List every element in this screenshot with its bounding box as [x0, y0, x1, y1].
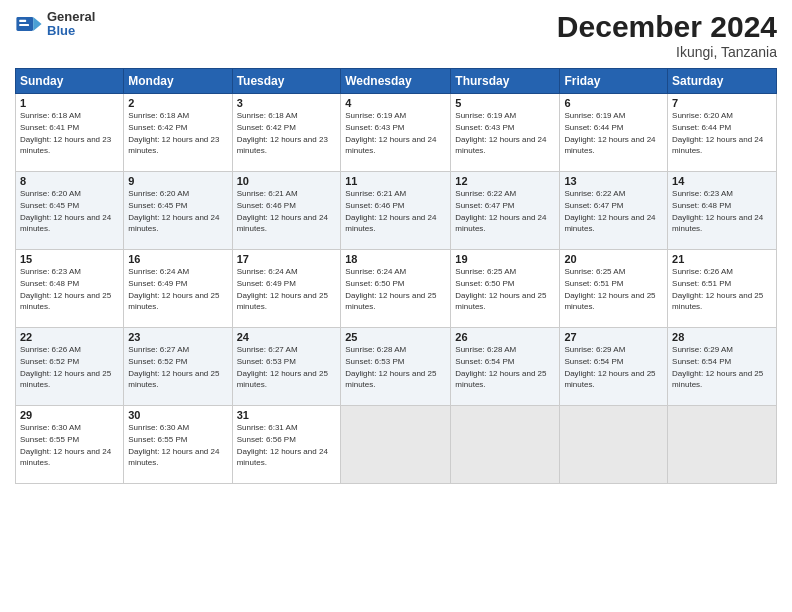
day-info: Sunrise: 6:24 AMSunset: 6:49 PMDaylight:…: [128, 267, 219, 311]
table-row: 3 Sunrise: 6:18 AMSunset: 6:42 PMDayligh…: [232, 94, 341, 172]
day-number: 30: [128, 409, 227, 421]
calendar-header-row: Sunday Monday Tuesday Wednesday Thursday…: [16, 69, 777, 94]
day-number: 4: [345, 97, 446, 109]
day-info: Sunrise: 6:20 AMSunset: 6:45 PMDaylight:…: [20, 189, 111, 233]
day-info: Sunrise: 6:29 AMSunset: 6:54 PMDaylight:…: [672, 345, 763, 389]
location: Ikungi, Tanzania: [557, 44, 777, 60]
day-info: Sunrise: 6:22 AMSunset: 6:47 PMDaylight:…: [564, 189, 655, 233]
day-number: 31: [237, 409, 337, 421]
day-number: 24: [237, 331, 337, 343]
day-info: Sunrise: 6:27 AMSunset: 6:53 PMDaylight:…: [237, 345, 328, 389]
table-row: 10 Sunrise: 6:21 AMSunset: 6:46 PMDaylig…: [232, 172, 341, 250]
table-row: 2 Sunrise: 6:18 AMSunset: 6:42 PMDayligh…: [124, 94, 232, 172]
day-number: 16: [128, 253, 227, 265]
day-number: 1: [20, 97, 119, 109]
day-info: Sunrise: 6:23 AMSunset: 6:48 PMDaylight:…: [672, 189, 763, 233]
col-sunday: Sunday: [16, 69, 124, 94]
day-info: Sunrise: 6:19 AMSunset: 6:43 PMDaylight:…: [455, 111, 546, 155]
logo-text: General Blue: [47, 10, 95, 39]
table-row: 29 Sunrise: 6:30 AMSunset: 6:55 PMDaylig…: [16, 406, 124, 484]
logo-icon: [15, 10, 43, 38]
day-number: 28: [672, 331, 772, 343]
day-number: 5: [455, 97, 555, 109]
day-number: 22: [20, 331, 119, 343]
day-info: Sunrise: 6:19 AMSunset: 6:44 PMDaylight:…: [564, 111, 655, 155]
day-number: 6: [564, 97, 663, 109]
logo-general: General: [47, 10, 95, 24]
header: General Blue December 2024 Ikungi, Tanza…: [15, 10, 777, 60]
title-block: December 2024 Ikungi, Tanzania: [557, 10, 777, 60]
day-info: Sunrise: 6:28 AMSunset: 6:54 PMDaylight:…: [455, 345, 546, 389]
day-info: Sunrise: 6:20 AMSunset: 6:44 PMDaylight:…: [672, 111, 763, 155]
table-row: 24 Sunrise: 6:27 AMSunset: 6:53 PMDaylig…: [232, 328, 341, 406]
table-row: 31 Sunrise: 6:31 AMSunset: 6:56 PMDaylig…: [232, 406, 341, 484]
table-row: [451, 406, 560, 484]
table-row: 17 Sunrise: 6:24 AMSunset: 6:49 PMDaylig…: [232, 250, 341, 328]
day-number: 8: [20, 175, 119, 187]
table-row: 21 Sunrise: 6:26 AMSunset: 6:51 PMDaylig…: [668, 250, 777, 328]
day-number: 20: [564, 253, 663, 265]
table-row: 18 Sunrise: 6:24 AMSunset: 6:50 PMDaylig…: [341, 250, 451, 328]
calendar-week-row: 29 Sunrise: 6:30 AMSunset: 6:55 PMDaylig…: [16, 406, 777, 484]
day-info: Sunrise: 6:21 AMSunset: 6:46 PMDaylight:…: [237, 189, 328, 233]
table-row: 8 Sunrise: 6:20 AMSunset: 6:45 PMDayligh…: [16, 172, 124, 250]
svg-rect-2: [19, 20, 26, 22]
table-row: [560, 406, 668, 484]
day-info: Sunrise: 6:24 AMSunset: 6:50 PMDaylight:…: [345, 267, 436, 311]
table-row: 28 Sunrise: 6:29 AMSunset: 6:54 PMDaylig…: [668, 328, 777, 406]
col-thursday: Thursday: [451, 69, 560, 94]
table-row: 20 Sunrise: 6:25 AMSunset: 6:51 PMDaylig…: [560, 250, 668, 328]
logo-blue: Blue: [47, 24, 95, 38]
day-number: 29: [20, 409, 119, 421]
table-row: 19 Sunrise: 6:25 AMSunset: 6:50 PMDaylig…: [451, 250, 560, 328]
day-info: Sunrise: 6:30 AMSunset: 6:55 PMDaylight:…: [20, 423, 111, 467]
day-number: 27: [564, 331, 663, 343]
day-number: 12: [455, 175, 555, 187]
logo: General Blue: [15, 10, 95, 39]
calendar-week-row: 8 Sunrise: 6:20 AMSunset: 6:45 PMDayligh…: [16, 172, 777, 250]
day-number: 9: [128, 175, 227, 187]
day-number: 19: [455, 253, 555, 265]
day-number: 10: [237, 175, 337, 187]
day-info: Sunrise: 6:27 AMSunset: 6:52 PMDaylight:…: [128, 345, 219, 389]
day-number: 15: [20, 253, 119, 265]
day-number: 11: [345, 175, 446, 187]
table-row: 26 Sunrise: 6:28 AMSunset: 6:54 PMDaylig…: [451, 328, 560, 406]
day-number: 26: [455, 331, 555, 343]
table-row: [668, 406, 777, 484]
day-info: Sunrise: 6:22 AMSunset: 6:47 PMDaylight:…: [455, 189, 546, 233]
day-number: 7: [672, 97, 772, 109]
table-row: 23 Sunrise: 6:27 AMSunset: 6:52 PMDaylig…: [124, 328, 232, 406]
day-number: 3: [237, 97, 337, 109]
day-info: Sunrise: 6:28 AMSunset: 6:53 PMDaylight:…: [345, 345, 436, 389]
day-number: 18: [345, 253, 446, 265]
day-info: Sunrise: 6:30 AMSunset: 6:55 PMDaylight:…: [128, 423, 219, 467]
table-row: [341, 406, 451, 484]
day-info: Sunrise: 6:25 AMSunset: 6:51 PMDaylight:…: [564, 267, 655, 311]
day-number: 17: [237, 253, 337, 265]
day-number: 23: [128, 331, 227, 343]
table-row: 4 Sunrise: 6:19 AMSunset: 6:43 PMDayligh…: [341, 94, 451, 172]
day-info: Sunrise: 6:29 AMSunset: 6:54 PMDaylight:…: [564, 345, 655, 389]
table-row: 30 Sunrise: 6:30 AMSunset: 6:55 PMDaylig…: [124, 406, 232, 484]
day-number: 14: [672, 175, 772, 187]
svg-rect-3: [19, 24, 29, 26]
day-info: Sunrise: 6:20 AMSunset: 6:45 PMDaylight:…: [128, 189, 219, 233]
table-row: 5 Sunrise: 6:19 AMSunset: 6:43 PMDayligh…: [451, 94, 560, 172]
month-title: December 2024: [557, 10, 777, 44]
day-info: Sunrise: 6:23 AMSunset: 6:48 PMDaylight:…: [20, 267, 111, 311]
calendar-week-row: 22 Sunrise: 6:26 AMSunset: 6:52 PMDaylig…: [16, 328, 777, 406]
day-info: Sunrise: 6:18 AMSunset: 6:42 PMDaylight:…: [128, 111, 219, 155]
calendar-table: Sunday Monday Tuesday Wednesday Thursday…: [15, 68, 777, 484]
day-info: Sunrise: 6:24 AMSunset: 6:49 PMDaylight:…: [237, 267, 328, 311]
day-info: Sunrise: 6:18 AMSunset: 6:41 PMDaylight:…: [20, 111, 111, 155]
table-row: 25 Sunrise: 6:28 AMSunset: 6:53 PMDaylig…: [341, 328, 451, 406]
day-number: 21: [672, 253, 772, 265]
svg-marker-1: [33, 17, 41, 31]
table-row: 14 Sunrise: 6:23 AMSunset: 6:48 PMDaylig…: [668, 172, 777, 250]
col-saturday: Saturday: [668, 69, 777, 94]
day-info: Sunrise: 6:19 AMSunset: 6:43 PMDaylight:…: [345, 111, 436, 155]
col-monday: Monday: [124, 69, 232, 94]
table-row: 27 Sunrise: 6:29 AMSunset: 6:54 PMDaylig…: [560, 328, 668, 406]
day-number: 25: [345, 331, 446, 343]
